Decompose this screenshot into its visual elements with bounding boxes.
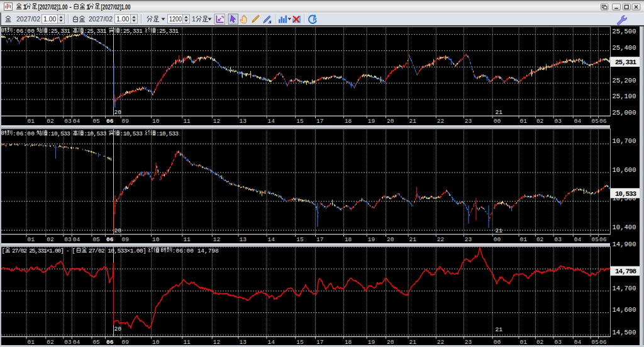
svg-text:10: 10 (152, 118, 160, 125)
svg-text:1: 1 (192, 15, 196, 23)
svg-text:04: 04 (73, 118, 80, 125)
svg-text:22: 22 (437, 118, 445, 125)
svg-text::25,331: :25,331 (156, 28, 179, 35)
svg-text:02: 02 (536, 118, 544, 125)
svg-text::25,331: :25,331 (120, 28, 143, 35)
svg-text:2027/02: 2027/02 (16, 15, 40, 23)
svg-text:1: 1 (23, 3, 27, 11)
svg-text:01: 01 (28, 118, 35, 125)
svg-text:13: 13 (240, 339, 247, 346)
svg-text:06: 06 (106, 236, 114, 243)
svg-text:15: 15 (296, 236, 304, 243)
svg-text::10,533: :10,533 (120, 130, 143, 137)
svg-text:10,600: 10,600 (613, 166, 636, 174)
svg-text:09: 09 (122, 236, 130, 243)
svg-text:23: 23 (465, 339, 472, 346)
svg-text:03: 03 (555, 236, 562, 243)
svg-text:25,200: 25,200 (613, 77, 636, 84)
svg-text::10,533: :10,533 (48, 130, 70, 137)
svg-text:15: 15 (296, 339, 304, 346)
svg-text:14: 14 (268, 339, 275, 346)
svg-text:1.00: 1.00 (116, 15, 130, 23)
svg-text:25,331: 25,331 (615, 59, 636, 66)
svg-text:05: 05 (92, 236, 100, 243)
svg-text:21: 21 (496, 326, 503, 333)
svg-text::10,533: :10,533 (156, 130, 179, 137)
svg-text:22: 22 (437, 236, 445, 243)
svg-text:20: 20 (387, 118, 394, 125)
svg-text:04: 04 (574, 339, 582, 346)
svg-text:04: 04 (73, 236, 80, 243)
svg-text:05: 05 (592, 236, 599, 243)
svg-text:14,700: 14,700 (613, 285, 636, 292)
svg-text:21: 21 (409, 118, 417, 125)
svg-text:06: 06 (106, 339, 114, 346)
svg-text:06: 06 (599, 339, 607, 346)
svg-text:23: 23 (465, 118, 472, 125)
svg-text:13: 13 (240, 236, 247, 243)
svg-text:14,600: 14,600 (613, 306, 636, 314)
svg-text:14,798: 14,798 (615, 268, 636, 275)
svg-text:20: 20 (387, 339, 394, 346)
svg-text:10: 10 (152, 236, 160, 243)
svg-text:05: 05 (92, 118, 100, 125)
svg-text:10,400: 10,400 (613, 224, 636, 231)
svg-text:10: 10 (152, 339, 160, 346)
svg-text:02: 02 (536, 236, 544, 243)
svg-text:21: 21 (409, 339, 417, 346)
svg-text:09: 09 (122, 118, 130, 125)
svg-text:25,100: 25,100 (613, 93, 636, 100)
svg-text:04: 04 (574, 118, 582, 125)
svg-text::10,533: :10,533 (84, 130, 106, 137)
svg-text:10,533: 10,533 (615, 190, 636, 198)
svg-text:17: 17 (316, 236, 323, 243)
svg-text:12: 12 (213, 339, 221, 346)
svg-text:[2027/02]1.00: [2027/02]1.00 (101, 3, 131, 11)
svg-text:20: 20 (114, 227, 122, 234)
svg-text:19: 19 (368, 236, 375, 243)
svg-text:20: 20 (114, 109, 122, 116)
svg-text:13: 13 (240, 118, 247, 125)
svg-text:06: 06 (599, 236, 607, 243)
svg-text::06:00: :06:00 (13, 28, 35, 35)
svg-text::06:00: :06:00 (13, 130, 35, 137)
svg-text::25,331: :25,331 (84, 28, 106, 35)
svg-text:[2027/02]1.00: [2027/02]1.00 (38, 3, 68, 11)
svg-text:14,500: 14,500 (613, 329, 636, 336)
svg-text:[: [ (2, 247, 6, 254)
svg-text:05: 05 (92, 339, 100, 346)
svg-text:11: 11 (183, 236, 191, 243)
svg-text:20: 20 (387, 236, 394, 243)
svg-text::25,331: :25,331 (48, 28, 70, 35)
svg-text:10,700: 10,700 (613, 137, 636, 145)
svg-text:02: 02 (536, 339, 544, 346)
svg-text:1: 1 (86, 3, 90, 11)
svg-text:06: 06 (599, 118, 607, 125)
svg-text:19: 19 (368, 118, 375, 125)
svg-text:00: 00 (494, 236, 501, 243)
svg-text:25,000: 25,000 (613, 109, 636, 117)
svg-text:00: 00 (494, 339, 501, 346)
svg-text:27/02 10,533×1.00]: 27/02 10,533×1.00] (89, 247, 147, 254)
svg-text:01: 01 (28, 236, 35, 243)
svg-text:22: 22 (437, 339, 445, 346)
svg-text:04: 04 (73, 339, 80, 346)
svg-text:18: 18 (345, 236, 352, 243)
svg-text:02: 02 (47, 236, 54, 243)
svg-text:2027/02: 2027/02 (89, 15, 113, 23)
svg-text:06: 06 (106, 118, 114, 125)
svg-text:-: - (69, 3, 72, 10)
svg-text:17: 17 (316, 339, 323, 346)
svg-text:12: 12 (213, 118, 221, 125)
svg-text:01: 01 (520, 236, 528, 243)
svg-text:03: 03 (64, 118, 72, 125)
svg-text:14: 14 (268, 118, 275, 125)
svg-text:11: 11 (183, 339, 191, 346)
svg-text:23: 23 (465, 236, 472, 243)
svg-text:27/02 25,331×1.00] - [: 27/02 25,331×1.00] - [ (12, 247, 75, 254)
svg-text:03: 03 (555, 118, 562, 125)
svg-text:14: 14 (268, 236, 275, 243)
svg-text:00: 00 (494, 118, 501, 125)
svg-text:R: R (313, 16, 317, 23)
svg-text:04: 04 (574, 236, 582, 243)
